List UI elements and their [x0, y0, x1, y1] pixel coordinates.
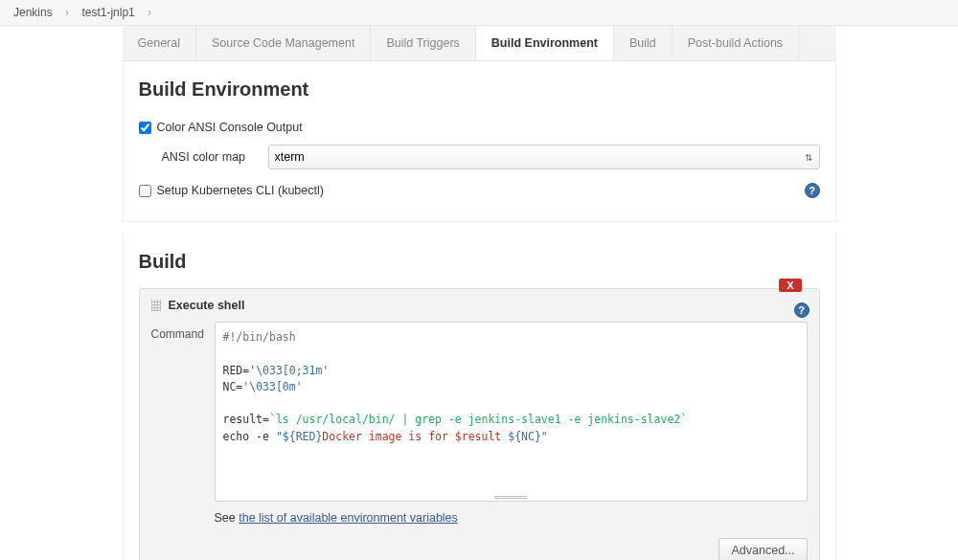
- tab-build[interactable]: Build: [614, 26, 673, 60]
- section-build-environment: Build Environment Color ANSI Console Out…: [123, 61, 836, 222]
- option-kubectl: Setup Kubernetes CLI (kubectl): [139, 179, 324, 202]
- step-title: Execute shell: [169, 299, 245, 312]
- resize-grip-icon[interactable]: [494, 495, 527, 499]
- env-vars-hint: See the list of available environment va…: [215, 511, 808, 525]
- field-ansi-color-map: ANSI color map xterm ⇅: [139, 139, 820, 175]
- select-wrap: xterm ⇅: [268, 145, 820, 169]
- help-icon[interactable]: ?: [805, 183, 820, 198]
- advanced-button[interactable]: Advanced...: [718, 538, 807, 560]
- breadcrumb: Jenkins › test1-jnlp1 ›: [0, 0, 958, 26]
- delete-step-button[interactable]: X: [779, 279, 801, 292]
- tab-general[interactable]: General: [123, 26, 196, 60]
- option-label[interactable]: Setup Kubernetes CLI (kubectl): [157, 184, 324, 197]
- field-label: ANSI color map: [162, 150, 262, 164]
- drag-handle-icon[interactable]: [151, 300, 161, 311]
- tab-triggers[interactable]: Build Triggers: [371, 26, 475, 60]
- checkbox-kubectl[interactable]: [139, 185, 151, 197]
- breadcrumb-sep-icon: ›: [148, 6, 151, 19]
- build-step-execute-shell: X ? Execute shell Command #!/bin/bash RE…: [139, 288, 820, 560]
- checkbox-color-ansi[interactable]: [139, 122, 151, 134]
- section-title: Build Environment: [139, 78, 820, 101]
- section-build: Build X ? Execute shell Command #!/bin/b…: [123, 234, 836, 560]
- breadcrumb-job[interactable]: test1-jnlp1: [81, 6, 134, 19]
- select-ansi-color-map[interactable]: xterm: [268, 145, 820, 169]
- option-label[interactable]: Color ANSI Console Output: [157, 121, 303, 134]
- step-header: Execute shell: [140, 289, 819, 318]
- tab-build-environment[interactable]: Build Environment: [476, 26, 614, 60]
- command-textarea[interactable]: #!/bin/bash RED='\033[0;31m' NC='\033[0m…: [215, 322, 808, 502]
- section-title: Build: [139, 251, 820, 273]
- breadcrumb-sep-icon: ›: [65, 6, 69, 19]
- tab-scm[interactable]: Source Code Management: [196, 26, 371, 60]
- tab-post-build[interactable]: Post-build Actions: [673, 26, 799, 60]
- breadcrumb-root[interactable]: Jenkins: [13, 6, 53, 19]
- help-icon[interactable]: ?: [794, 302, 810, 318]
- env-vars-link[interactable]: the list of available environment variab…: [239, 511, 458, 525]
- config-tabs: General Source Code Management Build Tri…: [123, 26, 836, 61]
- command-label: Command: [151, 322, 211, 502]
- option-color-ansi: Color ANSI Console Output: [139, 116, 820, 139]
